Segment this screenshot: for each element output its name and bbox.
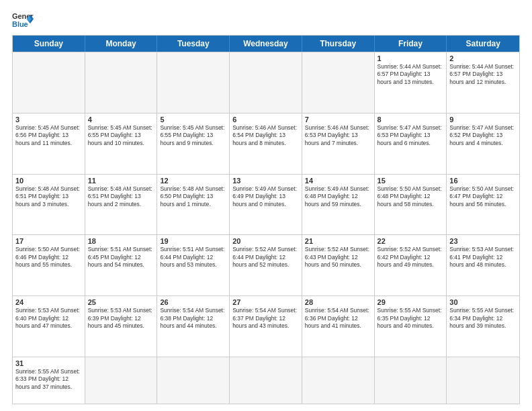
calendar-body: 1Sunrise: 5:44 AM Sunset: 6:57 PM Daylig… bbox=[13, 52, 519, 404]
calendar-cell: 12Sunrise: 5:48 AM Sunset: 6:50 PM Dayli… bbox=[157, 175, 230, 235]
day-number: 22 bbox=[378, 237, 444, 245]
day-number: 4 bbox=[88, 116, 154, 124]
calendar-row: 31Sunrise: 5:55 AM Sunset: 6:33 PM Dayli… bbox=[13, 357, 519, 404]
calendar-cell bbox=[230, 357, 302, 404]
calendar-cell: 31Sunrise: 5:55 AM Sunset: 6:33 PM Dayli… bbox=[13, 357, 85, 404]
page-header: General Blue bbox=[12, 11, 520, 30]
day-info: Sunrise: 5:45 AM Sunset: 6:55 PM Dayligh… bbox=[160, 124, 226, 147]
day-info: Sunrise: 5:44 AM Sunset: 6:57 PM Dayligh… bbox=[378, 63, 444, 86]
calendar-cell: 21Sunrise: 5:52 AM Sunset: 6:43 PM Dayli… bbox=[302, 235, 375, 295]
day-info: Sunrise: 5:50 AM Sunset: 6:48 PM Dayligh… bbox=[378, 185, 444, 208]
day-number: 7 bbox=[305, 116, 371, 124]
day-info: Sunrise: 5:46 AM Sunset: 6:53 PM Dayligh… bbox=[305, 124, 371, 147]
day-info: Sunrise: 5:53 AM Sunset: 6:40 PM Dayligh… bbox=[15, 307, 82, 330]
day-number: 10 bbox=[15, 177, 82, 185]
day-number: 18 bbox=[88, 237, 154, 245]
day-number: 11 bbox=[88, 177, 154, 185]
day-number: 3 bbox=[15, 116, 82, 124]
weekday-header: Friday bbox=[375, 36, 447, 52]
calendar: SundayMondayTuesdayWednesdayThursdayFrid… bbox=[12, 35, 520, 404]
day-number: 9 bbox=[449, 116, 517, 124]
day-number: 15 bbox=[378, 177, 444, 185]
calendar-row: 10Sunrise: 5:48 AM Sunset: 6:51 PM Dayli… bbox=[13, 174, 519, 235]
calendar-cell bbox=[85, 52, 158, 113]
calendar-cell: 19Sunrise: 5:51 AM Sunset: 6:44 PM Dayli… bbox=[157, 235, 230, 295]
day-info: Sunrise: 5:55 AM Sunset: 6:34 PM Dayligh… bbox=[449, 307, 517, 330]
weekday-header: Monday bbox=[85, 36, 158, 52]
calendar-cell: 30Sunrise: 5:55 AM Sunset: 6:34 PM Dayli… bbox=[447, 296, 519, 357]
day-number: 16 bbox=[449, 177, 517, 185]
weekday-header: Sunday bbox=[13, 36, 85, 52]
weekday-header: Tuesday bbox=[157, 36, 230, 52]
calendar-cell: 3Sunrise: 5:45 AM Sunset: 6:56 PM Daylig… bbox=[13, 113, 85, 174]
day-number: 17 bbox=[15, 237, 82, 245]
calendar-cell: 6Sunrise: 5:46 AM Sunset: 6:54 PM Daylig… bbox=[230, 113, 302, 174]
calendar-cell: 9Sunrise: 5:47 AM Sunset: 6:52 PM Daylig… bbox=[447, 113, 519, 174]
calendar-row: 3Sunrise: 5:45 AM Sunset: 6:56 PM Daylig… bbox=[13, 113, 519, 174]
day-info: Sunrise: 5:48 AM Sunset: 6:51 PM Dayligh… bbox=[15, 185, 82, 208]
calendar-cell bbox=[157, 52, 230, 113]
day-number: 30 bbox=[449, 298, 517, 306]
day-info: Sunrise: 5:45 AM Sunset: 6:55 PM Dayligh… bbox=[88, 124, 154, 147]
calendar-row: 17Sunrise: 5:50 AM Sunset: 6:46 PM Dayli… bbox=[13, 234, 519, 295]
calendar-cell bbox=[85, 357, 158, 404]
calendar-header: SundayMondayTuesdayWednesdayThursdayFrid… bbox=[13, 36, 519, 52]
day-info: Sunrise: 5:54 AM Sunset: 6:38 PM Dayligh… bbox=[160, 307, 226, 330]
calendar-cell: 28Sunrise: 5:54 AM Sunset: 6:36 PM Dayli… bbox=[302, 296, 375, 357]
calendar-cell bbox=[447, 357, 519, 404]
weekday-header: Thursday bbox=[302, 36, 375, 52]
day-number: 24 bbox=[15, 298, 82, 306]
calendar-row: 24Sunrise: 5:53 AM Sunset: 6:40 PM Dayli… bbox=[13, 295, 519, 357]
day-info: Sunrise: 5:49 AM Sunset: 6:49 PM Dayligh… bbox=[232, 185, 299, 208]
calendar-cell: 14Sunrise: 5:49 AM Sunset: 6:48 PM Dayli… bbox=[302, 175, 375, 235]
calendar-cell: 26Sunrise: 5:54 AM Sunset: 6:38 PM Dayli… bbox=[157, 296, 230, 357]
calendar-cell: 11Sunrise: 5:48 AM Sunset: 6:51 PM Dayli… bbox=[85, 175, 158, 235]
day-info: Sunrise: 5:45 AM Sunset: 6:56 PM Dayligh… bbox=[15, 124, 82, 147]
day-info: Sunrise: 5:51 AM Sunset: 6:44 PM Dayligh… bbox=[160, 246, 226, 269]
day-info: Sunrise: 5:47 AM Sunset: 6:53 PM Dayligh… bbox=[378, 124, 444, 147]
day-number: 21 bbox=[305, 237, 371, 245]
calendar-cell bbox=[13, 52, 85, 113]
day-info: Sunrise: 5:54 AM Sunset: 6:37 PM Dayligh… bbox=[232, 307, 299, 330]
calendar-cell: 1Sunrise: 5:44 AM Sunset: 6:57 PM Daylig… bbox=[375, 52, 447, 113]
day-info: Sunrise: 5:49 AM Sunset: 6:48 PM Dayligh… bbox=[305, 185, 371, 208]
calendar-cell: 29Sunrise: 5:55 AM Sunset: 6:35 PM Dayli… bbox=[375, 296, 447, 357]
day-number: 6 bbox=[232, 116, 299, 124]
day-number: 28 bbox=[305, 298, 371, 306]
calendar-cell: 5Sunrise: 5:45 AM Sunset: 6:55 PM Daylig… bbox=[157, 113, 230, 174]
day-number: 2 bbox=[449, 54, 517, 62]
day-info: Sunrise: 5:55 AM Sunset: 6:33 PM Dayligh… bbox=[15, 368, 82, 391]
calendar-cell: 16Sunrise: 5:50 AM Sunset: 6:47 PM Dayli… bbox=[447, 175, 519, 235]
weekday-header: Saturday bbox=[447, 36, 519, 52]
calendar-cell: 24Sunrise: 5:53 AM Sunset: 6:40 PM Dayli… bbox=[13, 296, 85, 357]
day-info: Sunrise: 5:52 AM Sunset: 6:42 PM Dayligh… bbox=[378, 246, 444, 269]
calendar-cell: 20Sunrise: 5:52 AM Sunset: 6:44 PM Dayli… bbox=[230, 235, 302, 295]
day-info: Sunrise: 5:50 AM Sunset: 6:46 PM Dayligh… bbox=[15, 246, 82, 269]
calendar-cell: 15Sunrise: 5:50 AM Sunset: 6:48 PM Dayli… bbox=[375, 175, 447, 235]
svg-text:Blue: Blue bbox=[12, 20, 28, 28]
day-number: 5 bbox=[160, 116, 226, 124]
day-info: Sunrise: 5:48 AM Sunset: 6:51 PM Dayligh… bbox=[88, 185, 154, 208]
day-info: Sunrise: 5:47 AM Sunset: 6:52 PM Dayligh… bbox=[449, 124, 517, 147]
day-number: 20 bbox=[232, 237, 299, 245]
logo-icon: General Blue bbox=[12, 11, 34, 30]
day-number: 27 bbox=[232, 298, 299, 306]
calendar-cell bbox=[302, 357, 375, 404]
calendar-cell bbox=[157, 357, 230, 404]
day-number: 23 bbox=[449, 237, 517, 245]
day-info: Sunrise: 5:53 AM Sunset: 6:39 PM Dayligh… bbox=[88, 307, 154, 330]
calendar-cell: 18Sunrise: 5:51 AM Sunset: 6:45 PM Dayli… bbox=[85, 235, 158, 295]
day-info: Sunrise: 5:50 AM Sunset: 6:47 PM Dayligh… bbox=[449, 185, 517, 208]
calendar-cell: 10Sunrise: 5:48 AM Sunset: 6:51 PM Dayli… bbox=[13, 175, 85, 235]
day-number: 13 bbox=[232, 177, 299, 185]
day-number: 14 bbox=[305, 177, 371, 185]
calendar-cell bbox=[302, 52, 375, 113]
calendar-cell: 4Sunrise: 5:45 AM Sunset: 6:55 PM Daylig… bbox=[85, 113, 158, 174]
calendar-cell: 8Sunrise: 5:47 AM Sunset: 6:53 PM Daylig… bbox=[375, 113, 447, 174]
calendar-cell: 2Sunrise: 5:44 AM Sunset: 6:57 PM Daylig… bbox=[447, 52, 519, 113]
calendar-cell: 13Sunrise: 5:49 AM Sunset: 6:49 PM Dayli… bbox=[230, 175, 302, 235]
calendar-cell: 25Sunrise: 5:53 AM Sunset: 6:39 PM Dayli… bbox=[85, 296, 158, 357]
weekday-header: Wednesday bbox=[230, 36, 302, 52]
day-number: 26 bbox=[160, 298, 226, 306]
calendar-row: 1Sunrise: 5:44 AM Sunset: 6:57 PM Daylig… bbox=[13, 52, 519, 113]
